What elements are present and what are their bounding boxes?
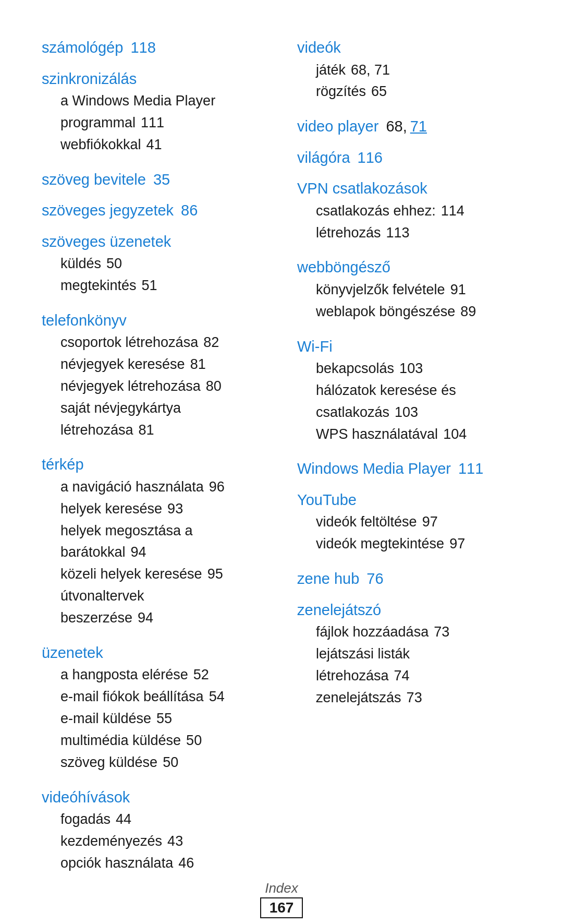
entry-title: világóra	[297, 149, 350, 166]
entry-header-szoiveges-jegyzetek: szöveges jegyzetek86	[42, 199, 266, 222]
sub-entries-uzenetek: a hangposta elérése52 e-mail fiókok beál…	[60, 664, 266, 773]
entry-page: 86	[181, 202, 198, 219]
sub-entries-terkep: a navigáció használata96 helyek keresése…	[60, 476, 266, 629]
entry-title: webböngésző	[297, 259, 390, 275]
entry-uzenetek: üzenetek a hangposta elérése52 e-mail fi…	[42, 642, 266, 778]
entry-zene-hub: zene hub76	[297, 568, 521, 591]
entry-header-zenelejatszo: zenelejátszó	[297, 599, 521, 622]
entry-header-terkep: térkép	[42, 453, 266, 476]
sub-entry: opciók használata46	[60, 853, 266, 874]
entry-page: 35	[153, 171, 170, 188]
entry-page: 76	[366, 570, 383, 587]
entry-title: számológép	[42, 39, 123, 56]
sub-entries-telefonkonyv: csoportok létrehozása82 névjegyek keresé…	[60, 332, 266, 441]
sub-entry: e-mail küldése55	[60, 708, 266, 730]
sub-entry: zenelejátszás73	[316, 687, 521, 709]
entry-header-szoiveges-uzenetek: szöveges üzenetek	[42, 231, 266, 254]
sub-entries-webbogeszo: könyvjelzők felvétele91 weblapok böngész…	[316, 279, 521, 323]
entry-title: Windows Media Player	[297, 460, 451, 477]
entry-title: zenelejátszó	[297, 602, 381, 618]
entry-wifi: Wi-Fi bekapcsolás103 hálózatok keresése …	[297, 335, 521, 450]
entry-vpn-csatlakozasok: VPN csatlakozások csatlakozás ehhez:114 …	[297, 177, 521, 248]
sub-entry: helyek megosztása a	[60, 520, 266, 542]
entry-header-videohivasok: videóhívások	[42, 786, 266, 809]
entry-title: VPN csatlakozások	[297, 180, 427, 197]
entry-header-youtube: YouTube	[297, 489, 521, 512]
sub-entry: létrehozása74	[316, 665, 521, 687]
entry-header-telefonkonyv: telefonkönyv	[42, 309, 266, 332]
entry-title: Wi-Fi	[297, 338, 333, 355]
entry-title: szinkronizálás	[42, 70, 137, 87]
entry-header-vpn-csatlakozasok: VPN csatlakozások	[297, 177, 521, 200]
entry-header-video-player: video player68,71	[297, 115, 521, 138]
sub-entry: létrehozása81	[60, 419, 266, 441]
entry-szoiveges-uzenetek: szöveges üzenetek küldés50 megtekintés51	[42, 231, 266, 301]
sub-entry: útvonaltervek	[60, 585, 266, 607]
entry-title: térkép	[42, 456, 84, 473]
sub-entry: rögzítés65	[316, 81, 521, 103]
entry-header-webbogeszo: webböngésző	[297, 256, 521, 279]
footer-label: Index	[265, 880, 298, 896]
sub-entry: weblapok böngészése89	[316, 301, 521, 323]
sub-entry: hálózatok keresése és	[316, 380, 521, 402]
footer-page: 167	[260, 897, 303, 918]
entry-szoveg-bevitele: szöveg bevitele35	[42, 169, 266, 191]
entry-header-vilagora: világóra116	[297, 147, 521, 170]
sub-entry: lejátszási listák	[316, 643, 521, 665]
footer: Index 167	[0, 880, 563, 918]
sub-entry: beszerzése94	[60, 607, 266, 629]
entry-title: videóhívások	[42, 789, 130, 806]
sub-entries-vpn-csatlakozasok: csatlakozás ehhez:114 létrehozás113	[316, 200, 521, 244]
entry-szinkronizalas: szinkronizálás a Windows Media Player pr…	[42, 68, 266, 160]
entry-header-zene-hub: zene hub76	[297, 568, 521, 591]
entry-header-wifi: Wi-Fi	[297, 335, 521, 358]
sub-entry: fogadás44	[60, 809, 266, 831]
sub-entry: bekapcsolás103	[316, 358, 521, 380]
entry-windows-media-player: Windows Media Player111	[297, 458, 521, 481]
entry-youtube: YouTube videók feltöltése97 videók megte…	[297, 489, 521, 559]
sub-entries-videohivasok: fogadás44 kezdeményezés43 opciók használ…	[60, 809, 266, 874]
entry-header-videok: videók	[297, 37, 521, 59]
entry-videohivasok: videóhívások fogadás44 kezdeményezés43 o…	[42, 786, 266, 879]
entry-terkep: térkép a navigáció használata96 helyek k…	[42, 453, 266, 633]
entry-title: zene hub	[297, 570, 359, 587]
entry-title: szöveg bevitele	[42, 171, 146, 188]
sub-entry: könyvjelzők felvétele91	[316, 279, 521, 301]
sub-entry: fájlok hozzáadása73	[316, 621, 521, 643]
sub-entry: névjegyek keresése81	[60, 354, 266, 376]
entry-page: 116	[358, 149, 383, 166]
sub-entry: névjegyek létrehozása80	[60, 376, 266, 398]
sub-entry: saját névjegykártya	[60, 398, 266, 419]
entry-header-szamologep: számológép118	[42, 37, 266, 59]
entry-header-szoveg-bevitele: szöveg bevitele35	[42, 169, 266, 191]
sub-entry: közeli helyek keresése95	[60, 563, 266, 585]
entry-vilagora: világóra116	[297, 147, 521, 170]
entry-page: 68,	[386, 118, 407, 135]
sub-entry: játék68, 71	[316, 59, 521, 81]
sub-entry: csatlakozás103	[316, 402, 521, 424]
sub-entries-videok: játék68, 71 rögzítés65	[316, 59, 521, 103]
sub-entry: helyek keresése93	[60, 498, 266, 520]
entry-title: YouTube	[297, 491, 357, 508]
sub-entry: küldés50	[60, 253, 266, 275]
entry-title: telefonkönyv	[42, 312, 127, 329]
sub-entry: létrehozás113	[316, 222, 521, 244]
sub-entries-zenelejatszo: fájlok hozzáadása73 lejátszási listák lé…	[316, 621, 521, 709]
sub-entries-youtube: videók feltöltése97 videók megtekintése9…	[316, 511, 521, 555]
entry-webbogeszo: webböngésző könyvjelzők felvétele91 webl…	[297, 256, 521, 327]
sub-entries-szoiveges-uzenetek: küldés50 megtekintés51	[60, 253, 266, 297]
entry-page: 118	[130, 39, 155, 56]
sub-entry: szöveg küldése50	[60, 752, 266, 774]
entry-header-szinkronizalas: szinkronizálás	[42, 68, 266, 91]
entry-title: üzenetek	[42, 644, 103, 661]
sub-entry: kezdeményezés43	[60, 831, 266, 853]
entry-title: videók	[297, 39, 341, 56]
sub-entry: a Windows Media Player	[60, 90, 266, 112]
sub-entry: a navigáció használata96	[60, 476, 266, 498]
entry-page-linked: 71	[410, 118, 427, 135]
entry-videok: videók játék68, 71 rögzítés65	[297, 37, 521, 107]
entry-telefonkonyv: telefonkönyv csoportok létrehozása82 név…	[42, 309, 266, 446]
sub-entry: barátokkal94	[60, 542, 266, 563]
entry-header-windows-media-player: Windows Media Player111	[297, 458, 521, 481]
sub-entry: a hangposta elérése52	[60, 664, 266, 686]
